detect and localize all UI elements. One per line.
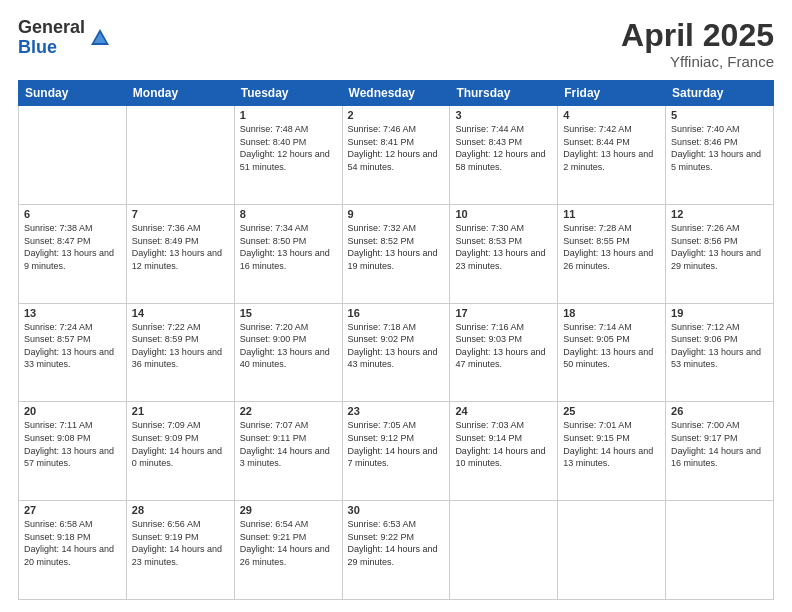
day-number: 23: [348, 405, 445, 417]
day-cell: 15Sunrise: 7:20 AM Sunset: 9:00 PM Dayli…: [234, 303, 342, 402]
day-cell: 14Sunrise: 7:22 AM Sunset: 8:59 PM Dayli…: [126, 303, 234, 402]
day-info: Sunrise: 6:54 AM Sunset: 9:21 PM Dayligh…: [240, 518, 337, 568]
day-cell: [666, 501, 774, 600]
day-number: 25: [563, 405, 660, 417]
day-number: 30: [348, 504, 445, 516]
day-cell: 21Sunrise: 7:09 AM Sunset: 9:09 PM Dayli…: [126, 402, 234, 501]
day-info: Sunrise: 7:30 AM Sunset: 8:53 PM Dayligh…: [455, 222, 552, 272]
day-number: 10: [455, 208, 552, 220]
day-cell: 8Sunrise: 7:34 AM Sunset: 8:50 PM Daylig…: [234, 204, 342, 303]
day-info: Sunrise: 6:58 AM Sunset: 9:18 PM Dayligh…: [24, 518, 121, 568]
day-cell: 2Sunrise: 7:46 AM Sunset: 8:41 PM Daylig…: [342, 106, 450, 205]
day-cell: 24Sunrise: 7:03 AM Sunset: 9:14 PM Dayli…: [450, 402, 558, 501]
subtitle: Yffiniac, France: [621, 53, 774, 70]
day-number: 12: [671, 208, 768, 220]
day-number: 8: [240, 208, 337, 220]
day-number: 24: [455, 405, 552, 417]
day-info: Sunrise: 7:26 AM Sunset: 8:56 PM Dayligh…: [671, 222, 768, 272]
logo-blue-text: Blue: [18, 38, 85, 58]
day-cell: 20Sunrise: 7:11 AM Sunset: 9:08 PM Dayli…: [19, 402, 127, 501]
week-row-5: 27Sunrise: 6:58 AM Sunset: 9:18 PM Dayli…: [19, 501, 774, 600]
main-title: April 2025: [621, 18, 774, 53]
day-number: 6: [24, 208, 121, 220]
day-cell: 23Sunrise: 7:05 AM Sunset: 9:12 PM Dayli…: [342, 402, 450, 501]
day-cell: 30Sunrise: 6:53 AM Sunset: 9:22 PM Dayli…: [342, 501, 450, 600]
day-cell: 3Sunrise: 7:44 AM Sunset: 8:43 PM Daylig…: [450, 106, 558, 205]
day-cell: 19Sunrise: 7:12 AM Sunset: 9:06 PM Dayli…: [666, 303, 774, 402]
day-info: Sunrise: 7:44 AM Sunset: 8:43 PM Dayligh…: [455, 123, 552, 173]
day-info: Sunrise: 7:01 AM Sunset: 9:15 PM Dayligh…: [563, 419, 660, 469]
day-cell: 13Sunrise: 7:24 AM Sunset: 8:57 PM Dayli…: [19, 303, 127, 402]
day-number: 11: [563, 208, 660, 220]
week-row-1: 1Sunrise: 7:48 AM Sunset: 8:40 PM Daylig…: [19, 106, 774, 205]
day-number: 28: [132, 504, 229, 516]
day-info: Sunrise: 7:14 AM Sunset: 9:05 PM Dayligh…: [563, 321, 660, 371]
day-cell: 7Sunrise: 7:36 AM Sunset: 8:49 PM Daylig…: [126, 204, 234, 303]
logo: General Blue: [18, 18, 111, 58]
day-cell: 25Sunrise: 7:01 AM Sunset: 9:15 PM Dayli…: [558, 402, 666, 501]
day-number: 13: [24, 307, 121, 319]
week-row-2: 6Sunrise: 7:38 AM Sunset: 8:47 PM Daylig…: [19, 204, 774, 303]
day-cell: 1Sunrise: 7:48 AM Sunset: 8:40 PM Daylig…: [234, 106, 342, 205]
header-row: SundayMondayTuesdayWednesdayThursdayFrid…: [19, 81, 774, 106]
day-info: Sunrise: 7:07 AM Sunset: 9:11 PM Dayligh…: [240, 419, 337, 469]
day-number: 17: [455, 307, 552, 319]
day-cell: 6Sunrise: 7:38 AM Sunset: 8:47 PM Daylig…: [19, 204, 127, 303]
col-header-monday: Monday: [126, 81, 234, 106]
day-cell: 18Sunrise: 7:14 AM Sunset: 9:05 PM Dayli…: [558, 303, 666, 402]
col-header-thursday: Thursday: [450, 81, 558, 106]
day-cell: [558, 501, 666, 600]
day-cell: [450, 501, 558, 600]
day-cell: 17Sunrise: 7:16 AM Sunset: 9:03 PM Dayli…: [450, 303, 558, 402]
day-number: 19: [671, 307, 768, 319]
day-cell: 4Sunrise: 7:42 AM Sunset: 8:44 PM Daylig…: [558, 106, 666, 205]
day-number: 4: [563, 109, 660, 121]
day-cell: 27Sunrise: 6:58 AM Sunset: 9:18 PM Dayli…: [19, 501, 127, 600]
day-number: 9: [348, 208, 445, 220]
day-info: Sunrise: 7:22 AM Sunset: 8:59 PM Dayligh…: [132, 321, 229, 371]
day-number: 15: [240, 307, 337, 319]
week-row-4: 20Sunrise: 7:11 AM Sunset: 9:08 PM Dayli…: [19, 402, 774, 501]
day-info: Sunrise: 7:20 AM Sunset: 9:00 PM Dayligh…: [240, 321, 337, 371]
day-number: 3: [455, 109, 552, 121]
header: General Blue April 2025 Yffiniac, France: [18, 18, 774, 70]
day-cell: 26Sunrise: 7:00 AM Sunset: 9:17 PM Dayli…: [666, 402, 774, 501]
page: General Blue April 2025 Yffiniac, France…: [0, 0, 792, 612]
day-info: Sunrise: 7:34 AM Sunset: 8:50 PM Dayligh…: [240, 222, 337, 272]
col-header-friday: Friday: [558, 81, 666, 106]
day-number: 1: [240, 109, 337, 121]
day-info: Sunrise: 7:00 AM Sunset: 9:17 PM Dayligh…: [671, 419, 768, 469]
day-number: 21: [132, 405, 229, 417]
logo-icon: [89, 27, 111, 49]
day-number: 29: [240, 504, 337, 516]
day-info: Sunrise: 7:46 AM Sunset: 8:41 PM Dayligh…: [348, 123, 445, 173]
day-number: 27: [24, 504, 121, 516]
col-header-saturday: Saturday: [666, 81, 774, 106]
day-number: 18: [563, 307, 660, 319]
day-info: Sunrise: 7:42 AM Sunset: 8:44 PM Dayligh…: [563, 123, 660, 173]
calendar-table: SundayMondayTuesdayWednesdayThursdayFrid…: [18, 80, 774, 600]
title-block: April 2025 Yffiniac, France: [621, 18, 774, 70]
day-info: Sunrise: 7:38 AM Sunset: 8:47 PM Dayligh…: [24, 222, 121, 272]
day-number: 16: [348, 307, 445, 319]
day-number: 2: [348, 109, 445, 121]
day-info: Sunrise: 7:18 AM Sunset: 9:02 PM Dayligh…: [348, 321, 445, 371]
day-number: 26: [671, 405, 768, 417]
col-header-tuesday: Tuesday: [234, 81, 342, 106]
day-number: 22: [240, 405, 337, 417]
col-header-sunday: Sunday: [19, 81, 127, 106]
day-info: Sunrise: 7:32 AM Sunset: 8:52 PM Dayligh…: [348, 222, 445, 272]
day-cell: 28Sunrise: 6:56 AM Sunset: 9:19 PM Dayli…: [126, 501, 234, 600]
day-info: Sunrise: 7:09 AM Sunset: 9:09 PM Dayligh…: [132, 419, 229, 469]
day-info: Sunrise: 7:12 AM Sunset: 9:06 PM Dayligh…: [671, 321, 768, 371]
col-header-wednesday: Wednesday: [342, 81, 450, 106]
day-info: Sunrise: 7:05 AM Sunset: 9:12 PM Dayligh…: [348, 419, 445, 469]
week-row-3: 13Sunrise: 7:24 AM Sunset: 8:57 PM Dayli…: [19, 303, 774, 402]
day-cell: 16Sunrise: 7:18 AM Sunset: 9:02 PM Dayli…: [342, 303, 450, 402]
day-number: 7: [132, 208, 229, 220]
day-cell: [19, 106, 127, 205]
day-info: Sunrise: 7:24 AM Sunset: 8:57 PM Dayligh…: [24, 321, 121, 371]
day-cell: [126, 106, 234, 205]
day-info: Sunrise: 7:28 AM Sunset: 8:55 PM Dayligh…: [563, 222, 660, 272]
day-info: Sunrise: 7:11 AM Sunset: 9:08 PM Dayligh…: [24, 419, 121, 469]
